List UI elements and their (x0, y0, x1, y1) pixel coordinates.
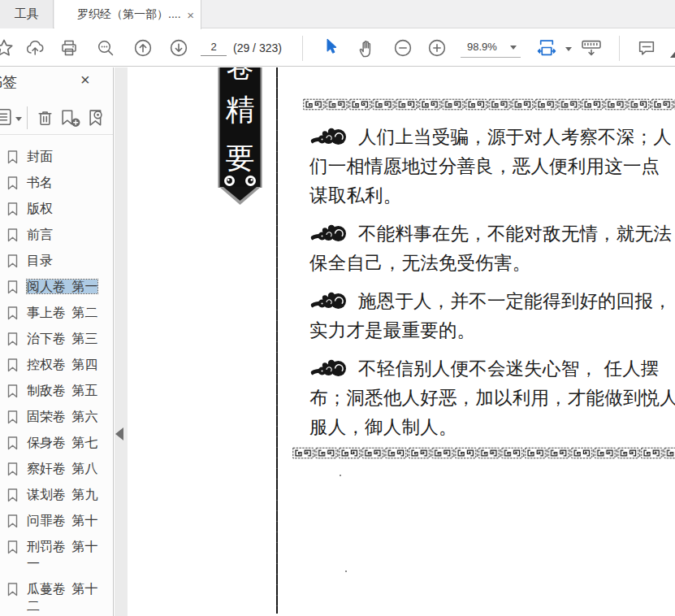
pdf-page: 卷 精 要 人们上当受骗，源于对人考察不深；人们一相情愿地过分善良，恶人便利用这… (128, 67, 675, 616)
cloud-ornament-icon (309, 292, 348, 310)
tab-tools[interactable]: 工具 (0, 0, 54, 28)
bookmark-item[interactable]: 保身卷 第七 (0, 430, 114, 456)
paragraph: 不能料事在先，不能对敌无情，就无法保全自己，无法免受伤害。 (309, 219, 675, 277)
bookmark-label: 察奸卷 第八 (27, 462, 97, 475)
bookmarks-panel-close-icon[interactable]: × (80, 71, 90, 89)
search-icon[interactable] (96, 38, 115, 58)
zoom-dropdown-caret-icon[interactable] (510, 46, 517, 50)
bookmark-item[interactable]: 目录 (0, 248, 114, 274)
next-page-icon[interactable] (169, 38, 188, 58)
bookmark-ribbon-icon (6, 150, 19, 169)
partial-tool-icon[interactable] (668, 47, 675, 67)
bookmark-ribbon-icon (6, 582, 19, 601)
zoom-in-icon[interactable] (427, 38, 447, 58)
bookmark-options-caret-icon[interactable] (15, 117, 22, 121)
bookmark-item[interactable]: 封面 (0, 144, 114, 170)
bookmark-ribbon-icon (6, 358, 19, 377)
text-line: 布；洞悉他人好恶，加以利用，才能做到悦人 (309, 383, 675, 412)
toolbar-collapse-icon[interactable] (580, 38, 599, 58)
delete-bookmark-icon[interactable] (35, 108, 55, 132)
bookmark-item[interactable]: 固荣卷 第六 (0, 404, 114, 430)
sidebar-collapse-handle[interactable] (115, 427, 123, 440)
bookmark-ribbon-icon (6, 254, 19, 273)
bookmark-ribbon-icon (6, 436, 19, 455)
fit-width-icon[interactable] (537, 38, 556, 58)
select-tool-icon[interactable] (324, 38, 344, 58)
bookmark-item[interactable]: 书名 (0, 170, 114, 196)
text-line: 们一相情愿地过分善良，恶人便利用这一点 (309, 151, 675, 180)
cloud-ornament-icon (309, 359, 348, 378)
toolbar-separator (302, 36, 303, 61)
bookmark-label: 瓜蔓卷 第十 二 (27, 582, 97, 613)
zoom-level-control[interactable]: 98.9% (461, 37, 521, 58)
bookmark-label: 治下卷 第三 (27, 332, 97, 345)
bookmark-options-icon[interactable] (0, 108, 12, 129)
document-canvas[interactable]: 卷 精 要 人们上当受骗，源于对人考察不深；人们一相情愿地过分善良，恶人便利用这… (115, 67, 675, 616)
bookmark-settings-icon[interactable] (88, 108, 107, 132)
bookmark-ribbon-icon (6, 332, 19, 351)
tab-document[interactable]: 罗织经（第一部）.... × (54, 0, 201, 29)
bookmark-label: 问罪卷 第十 (27, 514, 97, 527)
bookmark-item[interactable]: 版权 (0, 196, 114, 222)
bookmark-item[interactable]: 问罪卷 第十 (0, 508, 114, 534)
fit-width-dropdown-caret-icon[interactable] (565, 47, 572, 51)
zoom-out-icon[interactable] (393, 38, 413, 58)
share-upload-icon[interactable] (24, 38, 44, 58)
chapter-banner: 卷 精 要 (218, 67, 262, 205)
bookmark-label: 封面 (27, 150, 53, 163)
bookmark-label: 谋划卷 第九 (27, 488, 97, 501)
svg-text:卷: 卷 (227, 67, 254, 82)
previous-page-icon[interactable] (133, 38, 153, 58)
bookmark-ribbon-icon (6, 540, 19, 559)
hand-tool-icon[interactable] (357, 38, 376, 58)
svg-text:精: 精 (226, 93, 255, 126)
text-line: 施恩于人，并不一定能得到好的回报， (309, 286, 675, 315)
bookmark-ribbon-icon (6, 306, 19, 325)
bookmark-label: 版权 (27, 202, 53, 215)
bookmark-ribbon-icon (6, 488, 19, 507)
bookmark-item[interactable]: 谋划卷 第九 (0, 482, 114, 508)
text-line: 谋取私利。 (309, 180, 675, 210)
bookmark-ribbon-icon (6, 280, 19, 299)
text-line: 实力才是最重要的。 (309, 315, 675, 345)
tab-tools-label: 工具 (15, 7, 39, 22)
favorites-star-icon[interactable] (0, 38, 14, 58)
svg-text:要: 要 (226, 142, 255, 175)
scan-speck (340, 475, 341, 476)
page-count-label: (29 / 323) (233, 41, 282, 54)
tab-bar: 工具 罗织经（第一部）.... × (0, 0, 675, 28)
bookmark-label: 阅人卷 第一 (27, 280, 97, 293)
ornamental-border-top (303, 98, 675, 111)
bookmarks-panel-title: 书签 (0, 72, 17, 92)
zoom-level-value: 98.9% (467, 41, 497, 53)
bookmarks-panel: 书签 × (0, 67, 114, 616)
bookmark-item[interactable]: 治下卷 第三 (0, 326, 114, 352)
text-block: 人们上当受骗，源于对人考察不深；人们一相情愿地过分善良，恶人便利用这一点谋取私利… (309, 122, 675, 450)
bookmark-item[interactable]: 前言 (0, 222, 114, 248)
bookmarks-divider (0, 134, 114, 135)
bookmark-item[interactable]: 阅人卷 第一 (0, 274, 114, 300)
bookmark-item[interactable]: 制敌卷 第五 (0, 378, 114, 404)
add-bookmark-icon[interactable] (59, 108, 81, 132)
bookmark-item[interactable]: 察奸卷 第八 (0, 456, 114, 482)
text-line: 人们上当受骗，源于对人考察不深；人 (309, 122, 675, 151)
print-icon[interactable] (59, 38, 79, 58)
bookmark-label: 目录 (27, 254, 53, 267)
bookmark-item[interactable]: 刑罚卷 第十 一 (0, 534, 114, 576)
bookmark-ribbon-icon (6, 176, 19, 195)
bookmark-ribbon-icon (6, 514, 19, 533)
bookmark-label: 保身卷 第七 (27, 436, 97, 449)
cloud-ornament-icon (309, 224, 348, 243)
bookmark-item[interactable]: 控权卷 第四 (0, 352, 114, 378)
page-gutter-line (276, 67, 278, 614)
bookmark-label: 控权卷 第四 (27, 358, 97, 371)
toolbar-separator (619, 36, 620, 61)
paragraph: 不轻信别人便不会迷失心智， 任人摆布；洞悉他人好恶，加以利用，才能做到悦人服人，… (309, 354, 675, 441)
bookmark-label: 事上卷 第二 (27, 306, 97, 319)
tab-close-icon[interactable]: × (187, 8, 194, 22)
comment-icon[interactable] (637, 38, 656, 58)
paragraph: 人们上当受骗，源于对人考察不深；人们一相情愿地过分善良，恶人便利用这一点谋取私利… (309, 122, 675, 210)
bookmark-item[interactable]: 事上卷 第二 (0, 300, 114, 326)
page-number-input[interactable]: 2 (201, 39, 227, 56)
bookmark-item[interactable]: 瓜蔓卷 第十 二 (0, 576, 114, 616)
